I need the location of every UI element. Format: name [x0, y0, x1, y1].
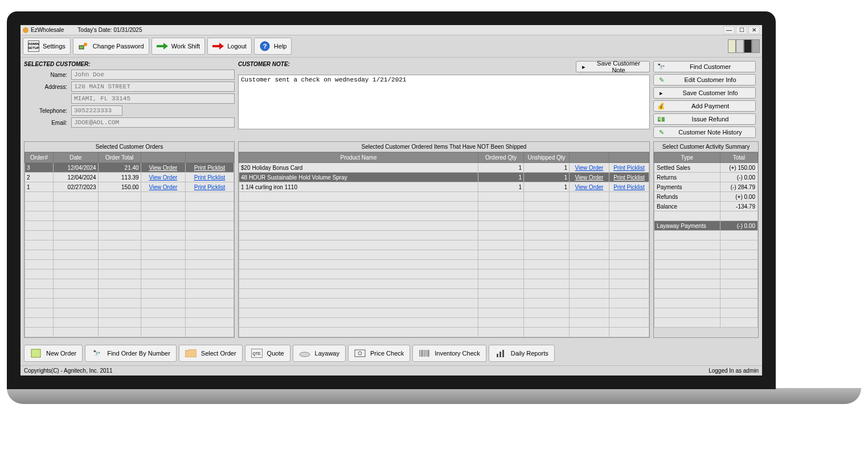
- theme-color-2[interactable]: [736, 39, 744, 53]
- help-icon: ?: [259, 40, 271, 52]
- address1-field[interactable]: [71, 81, 235, 92]
- select-order-button[interactable]: Select Order: [179, 345, 243, 362]
- column-header[interactable]: Order#: [25, 153, 54, 163]
- summary-row: Balance-134.79: [654, 202, 758, 211]
- theme-color-4[interactable]: [752, 39, 760, 53]
- view-order-link[interactable]: View Order: [141, 163, 185, 173]
- table-row[interactable]: 102/27/2023150.00View OrderPrint Picklis…: [25, 182, 234, 192]
- table-row[interactable]: $20 Holiday Bonus Card11View OrderPrint …: [239, 163, 649, 173]
- password-icon: [78, 40, 89, 52]
- help-button[interactable]: ? Help: [254, 38, 292, 55]
- svg-rect-15: [497, 354, 498, 357]
- theme-color-picker[interactable]: [728, 39, 760, 53]
- telephone-label: Telephone:: [24, 108, 69, 114]
- orders-panel: Selected Customer Orders Order#DateOrder…: [24, 141, 235, 338]
- summary-row: [654, 270, 758, 279]
- table-row: [239, 250, 649, 260]
- column-header[interactable]: [141, 153, 185, 163]
- view-order-link[interactable]: View Order: [570, 173, 609, 182]
- print-picklist-link[interactable]: Print Picklist: [609, 163, 649, 173]
- app-window: EzWholesale Today's Date: 01/31/2025 — ☐…: [21, 25, 762, 376]
- name-field[interactable]: [71, 70, 235, 80]
- find-customer-button[interactable]: 🔭 Find Customer: [653, 61, 756, 72]
- new-order-button[interactable]: New Order: [24, 345, 83, 362]
- theme-color-1[interactable]: [728, 39, 736, 53]
- svg-point-1: [84, 43, 87, 46]
- address2-field[interactable]: [71, 93, 235, 104]
- table-row: [239, 318, 649, 328]
- table-row: [25, 318, 234, 328]
- issue-refund-button[interactable]: 💵 Issue Refund: [653, 113, 756, 125]
- layaway-icon: [299, 349, 310, 358]
- unshipped-grid[interactable]: Product NameOrdered QtyUnshipped Qty $20…: [239, 152, 649, 337]
- disk-icon: ▸: [657, 89, 665, 97]
- column-header[interactable]: Date: [53, 153, 98, 163]
- quote-button[interactable]: QTE Quote: [245, 345, 290, 362]
- daily-reports-button[interactable]: Daily Reports: [489, 345, 555, 362]
- svg-point-5: [300, 352, 310, 357]
- table-row: [239, 328, 649, 337]
- settings-button[interactable]: ADMINSETUP Settings: [23, 38, 71, 55]
- selected-customer-header: SELECTED CUSTOMER:: [24, 61, 235, 67]
- address-label: Address:: [24, 84, 69, 90]
- orders-grid[interactable]: Order#DateOrder Total 312/04/202421.40Vi…: [24, 152, 234, 337]
- column-header[interactable]: Order Total: [98, 153, 141, 163]
- theme-color-3[interactable]: [744, 39, 752, 53]
- table-row[interactable]: 312/04/202421.40View OrderPrint Picklist: [25, 163, 234, 173]
- view-order-link[interactable]: View Order: [141, 182, 185, 192]
- print-picklist-link[interactable]: Print Picklist: [186, 163, 234, 173]
- add-payment-button[interactable]: 💰 Add Payment: [653, 100, 756, 112]
- layaway-button[interactable]: Layaway: [293, 345, 346, 362]
- admin-setup-icon: ADMINSETUP: [28, 40, 39, 52]
- work-shift-button[interactable]: Work Shift: [152, 38, 206, 55]
- table-row: [25, 250, 234, 260]
- print-picklist-link[interactable]: Print Picklist: [186, 173, 234, 182]
- note-history-button[interactable]: ✎ Customer Note History: [653, 126, 756, 138]
- column-header[interactable]: Product Name: [239, 153, 478, 163]
- table-row: [25, 211, 234, 221]
- view-order-link[interactable]: View Order: [570, 182, 609, 192]
- table-row: [239, 270, 649, 279]
- logout-button[interactable]: Logout: [207, 38, 252, 55]
- summary-row: Returns(-) 0.00: [654, 173, 758, 182]
- svg-rect-0: [79, 46, 84, 49]
- view-order-link[interactable]: View Order: [570, 163, 609, 173]
- svg-rect-6: [355, 350, 365, 357]
- column-header[interactable]: [186, 153, 234, 163]
- settings-label: Settings: [43, 43, 65, 50]
- print-picklist-link[interactable]: Print Picklist: [609, 173, 649, 182]
- column-header[interactable]: Ordered Qty: [478, 153, 524, 163]
- close-button[interactable]: ✕: [748, 26, 760, 34]
- arrow-right-red-icon: [212, 40, 224, 52]
- inventory-check-button[interactable]: Inventory Check: [412, 345, 486, 362]
- save-customer-note-button[interactable]: ▸ Save Customer Note: [576, 61, 650, 72]
- column-header[interactable]: Unshipped Qty: [524, 153, 570, 163]
- view-order-link[interactable]: View Order: [141, 173, 185, 182]
- find-order-button[interactable]: 🔭 Find Order By Number: [85, 345, 177, 362]
- email-label: Email:: [24, 120, 69, 126]
- email-field[interactable]: [71, 117, 235, 128]
- summary-panel-title: Select Customer Activity Summary: [654, 142, 758, 152]
- edit-customer-button[interactable]: ✎ Edit Customer Info: [653, 74, 756, 85]
- print-picklist-link[interactable]: Print Picklist: [609, 182, 649, 192]
- minimize-button[interactable]: —: [723, 26, 735, 34]
- table-row: [25, 270, 234, 279]
- table-row[interactable]: 48 HOUR Sustainable Hold Volume Spray11V…: [239, 173, 649, 182]
- quote-icon: QTE: [251, 349, 263, 358]
- column-header[interactable]: [570, 153, 609, 163]
- print-picklist-link[interactable]: Print Picklist: [186, 182, 234, 192]
- table-row[interactable]: 1 1/4 curling iron 111011View OrderPrint…: [239, 182, 649, 192]
- maximize-button[interactable]: ☐: [736, 26, 747, 34]
- table-row[interactable]: 212/04/2024113.39View OrderPrint Picklis…: [25, 173, 234, 182]
- customer-note-textarea[interactable]: Customer sent a check on wednesday 1/21/…: [238, 75, 650, 129]
- telephone-field[interactable]: [71, 105, 122, 116]
- price-check-button[interactable]: Price Check: [348, 345, 410, 362]
- work-shift-label: Work Shift: [171, 43, 200, 50]
- save-customer-button[interactable]: ▸ Save Customer Info: [653, 87, 756, 99]
- save-icon: ▸: [580, 63, 588, 71]
- table-row: [239, 211, 649, 221]
- column-header[interactable]: [609, 153, 649, 163]
- change-password-button[interactable]: Change Password: [73, 38, 149, 55]
- summary-row: [654, 318, 758, 328]
- table-row: [239, 192, 649, 202]
